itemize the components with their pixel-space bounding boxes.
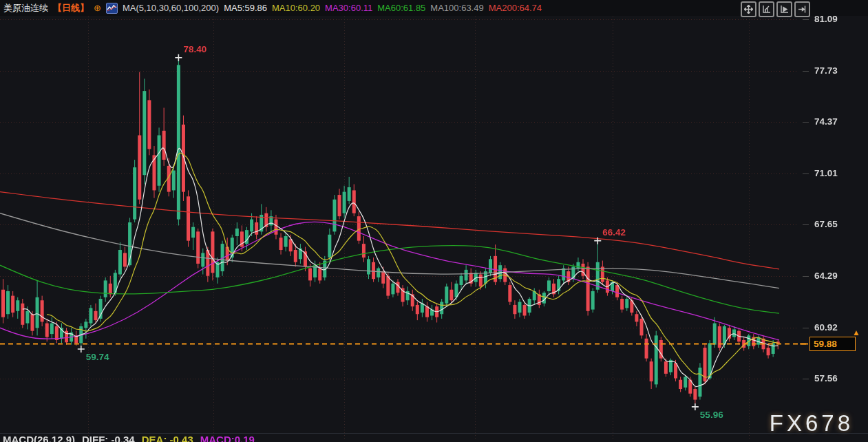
price-axis-label: 57.56 — [814, 373, 838, 383]
macd-macd-value: MACD:0.19 — [200, 434, 255, 442]
price-axis-label: 64.29 — [814, 271, 838, 281]
price-axis-label: 74.37 — [814, 116, 838, 127]
add-indicator-icon[interactable]: ⊕ — [94, 3, 101, 13]
macd-status-row: MACD(26,12,9) DIFF: -0.34 DEA: -0.43 MAC… — [3, 434, 255, 442]
swing-high-label: 78.40 — [183, 44, 207, 54]
ma200-value: MA200:64.74 — [489, 3, 542, 13]
ma-params-label: MA(5,10,30,60,100,200) — [123, 3, 219, 13]
macd-param-label: MACD(26,12,9) — [3, 434, 75, 442]
ma10-value: MA10:60.20 — [272, 3, 320, 13]
swing-low-label: 59.74 — [86, 352, 109, 362]
price-axis-label: 67.65 — [814, 219, 838, 229]
candlestick-chart[interactable] — [0, 0, 868, 442]
price-axis-label: 60.92 — [814, 322, 838, 333]
ma60-value: MA60:61.85 — [377, 3, 425, 13]
macd-diff-value: DIFF: -0.34 — [82, 434, 135, 442]
swing-high-label: 66.42 — [602, 227, 626, 238]
scale-axis-icon[interactable] — [759, 1, 774, 17]
macd-dea-value: DEA: -0.43 — [142, 434, 193, 442]
chart-header: 美原油连续 【日线】 ⊕ MA(5,10,30,60,100,200) MA5:… — [0, 0, 868, 16]
last-price-tag: 59.88 — [809, 337, 856, 351]
chart-style-icon[interactable] — [106, 3, 118, 14]
auto-scroll-icon[interactable] — [776, 1, 792, 17]
period-label[interactable]: 【日线】 — [53, 2, 89, 14]
ma100-value: MA100:63.49 — [430, 3, 483, 13]
ma5-value: MA5:59.86 — [224, 3, 267, 13]
pan-move-icon[interactable] — [741, 1, 756, 17]
up-arrow-icon: ▲ — [852, 328, 860, 337]
chart-window: 美原油连续 【日线】 ⊕ MA(5,10,30,60,100,200) MA5:… — [0, 0, 868, 442]
go-to-latest-icon[interactable] — [794, 1, 810, 17]
swing-low-label: 55.96 — [700, 410, 723, 420]
price-axis-label: 77.73 — [814, 65, 838, 76]
price-axis-label: 71.01 — [814, 168, 838, 178]
ma30-value: MA30:60.11 — [325, 3, 372, 13]
chart-toolbar — [741, 1, 810, 17]
symbol-name: 美原油连续 — [3, 2, 48, 14]
